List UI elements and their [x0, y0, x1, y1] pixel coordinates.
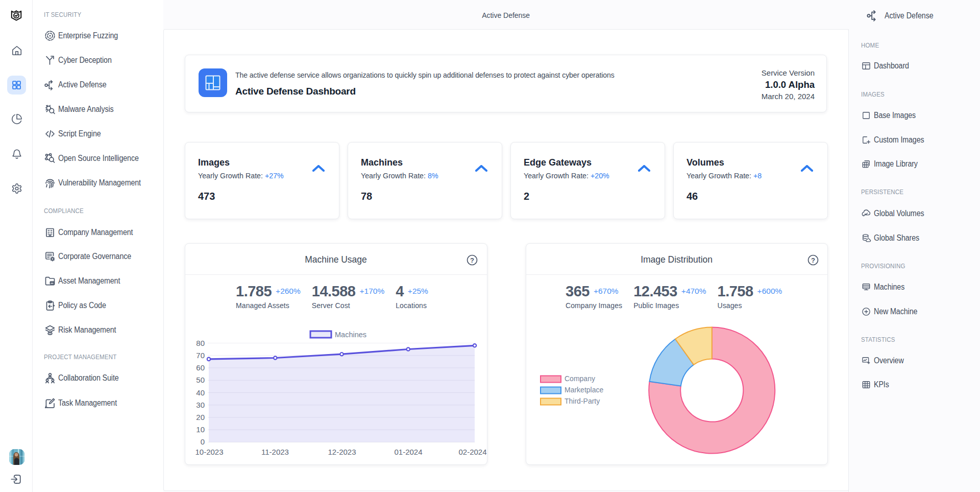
svg-text:Company: Company	[565, 374, 595, 383]
svg-text:40: 40	[196, 388, 205, 397]
svg-text:02-2024: 02-2024	[458, 448, 486, 456]
svg-text:Machines: Machines	[335, 331, 366, 339]
svg-text:50: 50	[196, 376, 205, 384]
svg-text:20: 20	[196, 413, 205, 421]
svg-text:10: 10	[196, 425, 205, 434]
svg-text:?: ?	[470, 256, 474, 264]
svg-text:30: 30	[196, 401, 205, 409]
svg-text:0: 0	[201, 437, 205, 446]
svg-text:60: 60	[196, 363, 205, 372]
svg-text:?: ?	[811, 256, 815, 264]
svg-text:Third-Party: Third-Party	[565, 397, 600, 405]
svg-text:Marketplace: Marketplace	[565, 386, 603, 394]
svg-text:01-2024: 01-2024	[394, 448, 422, 456]
svg-text:11-2023: 11-2023	[261, 448, 289, 456]
svg-text:80: 80	[196, 339, 205, 347]
svg-text:10-2023: 10-2023	[195, 448, 223, 456]
svg-text:12-2023: 12-2023	[328, 448, 356, 456]
svg-text:70: 70	[196, 351, 205, 360]
